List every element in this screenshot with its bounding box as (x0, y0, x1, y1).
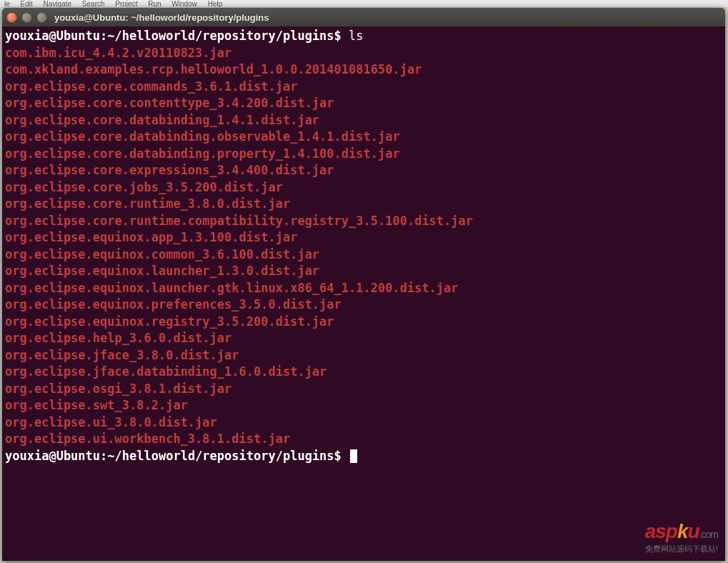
file-entry: org.eclipse.osgi_3.8.1.dist.jar (5, 381, 722, 398)
watermark: aspku.com 免费网站源码下载站! (645, 523, 718, 557)
menu-item[interactable]: Run (148, 0, 161, 8)
file-entry: org.eclipse.jface_3.8.0.dist.jar (5, 347, 722, 364)
file-entry: org.eclipse.core.contenttype_3.4.200.dis… (5, 95, 722, 112)
ide-menubar: le Edit Navigate Search Project Run Wind… (0, 0, 728, 8)
command-text: ls (349, 29, 363, 43)
prompt-user: youxia@Ubuntu (5, 29, 100, 43)
watermark-brand-k: k (677, 520, 688, 542)
file-entry: org.eclipse.equinox.app_1.3.100.dist.jar (5, 229, 722, 246)
file-entry: org.eclipse.core.jobs_3.5.200.dist.jar (5, 179, 722, 196)
file-entry: org.eclipse.core.runtime.compatibility.r… (5, 213, 722, 230)
maximize-button[interactable] (36, 12, 47, 23)
menu-item[interactable]: Edit (21, 0, 33, 8)
file-entry: org.eclipse.core.runtime_3.8.0.dist.jar (5, 196, 722, 213)
menu-item[interactable]: Window (171, 0, 197, 8)
file-entry: org.eclipse.equinox.common_3.6.100.dist.… (5, 246, 722, 264)
file-entry: com.ibm.icu_4.4.2.v20110823.jar (5, 45, 722, 62)
prompt-colon: : (100, 449, 107, 463)
watermark-brand-u: u (688, 520, 699, 542)
file-entry: org.eclipse.equinox.launcher.gtk.linux.x… (5, 280, 722, 297)
file-entry: org.eclipse.swt_3.8.2.jar (5, 397, 722, 414)
file-entry: org.eclipse.ui_3.8.0.dist.jar (5, 414, 722, 432)
file-entry: org.eclipse.core.databinding_1.4.1.dist.… (5, 112, 722, 129)
file-entry: com.xkland.examples.rcp.helloworld_1.0.0… (5, 61, 722, 79)
prompt-colon: : (100, 29, 107, 43)
file-entry: org.eclipse.core.expressions_3.4.400.dis… (5, 162, 722, 179)
menu-item[interactable]: Project (115, 0, 137, 8)
watermark-dotcom: .com (699, 529, 718, 540)
file-entry: org.eclipse.core.commands_3.6.1.dist.jar (5, 79, 722, 96)
prompt-path: ~/helloworld/repository/plugins (107, 29, 334, 43)
close-button[interactable] (6, 12, 17, 23)
prompt-path: ~/helloworld/repository/plugins (107, 449, 334, 463)
file-entry: org.eclipse.jface.databinding_1.6.0.dist… (5, 364, 722, 381)
window-titlebar[interactable]: youxia@Ubuntu: ~/helloworld/repository/p… (2, 8, 725, 26)
window-title: youxia@Ubuntu: ~/helloworld/repository/p… (54, 12, 269, 23)
ls-output: com.ibm.icu_4.4.2.v20110823.jarcom.xklan… (5, 45, 722, 448)
terminal-body[interactable]: youxia@Ubuntu:~/helloworld/repository/pl… (2, 26, 725, 561)
prompt-user: youxia@Ubuntu (5, 449, 100, 463)
menu-item[interactable]: le (4, 0, 10, 8)
file-entry: org.eclipse.ui.workbench_3.8.1.dist.jar (5, 431, 722, 448)
file-entry: org.eclipse.equinox.registry_3.5.200.dis… (5, 314, 722, 331)
watermark-subtitle: 免费网站源码下载站! (645, 541, 718, 558)
file-entry: org.eclipse.core.databinding.property_1.… (5, 146, 722, 163)
file-entry: org.eclipse.help_3.6.0.dist.jar (5, 330, 722, 347)
file-entry: org.eclipse.equinox.launcher_1.3.0.dist.… (5, 263, 722, 280)
file-entry: org.eclipse.core.databinding.observable_… (5, 129, 722, 146)
terminal-window: youxia@Ubuntu: ~/helloworld/repository/p… (2, 8, 725, 561)
prompt-line: youxia@Ubuntu:~/helloworld/repository/pl… (5, 448, 722, 465)
cursor (350, 449, 357, 463)
menu-item[interactable]: Navigate (44, 0, 71, 8)
watermark-brand: aspku.com (645, 523, 718, 544)
menu-item[interactable]: Search (82, 0, 105, 8)
file-entry: org.eclipse.equinox.preferences_3.5.0.di… (5, 297, 722, 314)
prompt-line: youxia@Ubuntu:~/helloworld/repository/pl… (5, 28, 722, 45)
watermark-brand-a: asp (645, 520, 677, 542)
scrollbar[interactable] (720, 26, 725, 561)
menu-item[interactable]: Help (208, 0, 223, 8)
prompt-dollar: $ (334, 29, 341, 43)
minimize-button[interactable] (21, 12, 32, 23)
prompt-dollar: $ (334, 449, 341, 463)
